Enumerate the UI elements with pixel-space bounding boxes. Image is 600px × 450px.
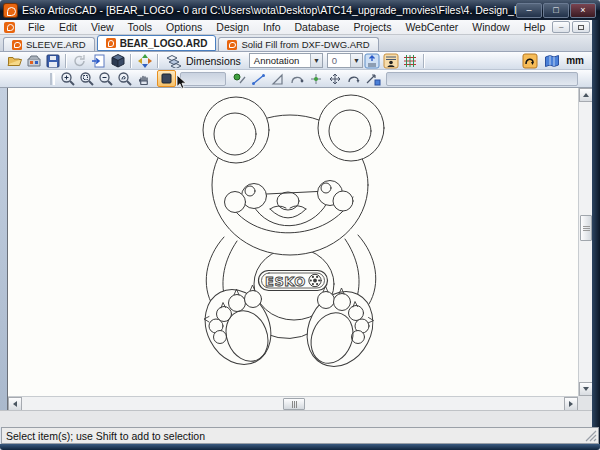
scroll-down-button[interactable] xyxy=(579,382,593,396)
layer-class-dropdown[interactable]: 0 ▼ xyxy=(327,53,363,68)
separator xyxy=(65,54,67,68)
active-select-tool-button[interactable] xyxy=(157,70,176,87)
title-bar: Esko ArtiosCAD - [BEAR_LOGO - 0 ard C:\U… xyxy=(0,0,600,20)
menu-options[interactable]: Options xyxy=(159,20,209,35)
left-dock-strip xyxy=(0,88,8,410)
ard-file-icon xyxy=(106,38,116,48)
pan-hand-icon xyxy=(136,71,152,87)
separator xyxy=(157,54,159,68)
convert-to-canvas-button[interactable] xyxy=(135,52,154,69)
tab-sleeve-ard[interactable]: SLEEVE.ARD xyxy=(3,37,95,51)
snap-toggle-button[interactable] xyxy=(520,52,539,69)
window-bottom-border xyxy=(0,444,600,450)
menu-database[interactable]: Database xyxy=(288,20,347,35)
vertical-scrollbar[interactable] xyxy=(578,88,592,396)
maximize-button[interactable]: □ xyxy=(543,3,569,18)
rotate-icon xyxy=(346,72,362,86)
tab-bear-logo-ard[interactable]: BEAR_LOGO.ARD xyxy=(97,35,217,51)
horizontal-scroll-thumb[interactable] xyxy=(283,398,305,410)
measure-button[interactable] xyxy=(249,70,268,87)
menu-edit[interactable]: Edit xyxy=(52,20,84,35)
dimensions-label: Dimensions xyxy=(186,55,241,67)
bottom-dock-strip xyxy=(0,410,592,427)
chevron-down-icon: ▼ xyxy=(350,54,362,67)
measure-icon xyxy=(251,72,267,86)
bear-line-drawing: ESKO xyxy=(8,88,578,396)
menu-design[interactable]: Design xyxy=(209,20,256,35)
document-icon xyxy=(4,22,15,33)
snap-cross-icon xyxy=(308,72,324,86)
minimize-button[interactable]: – xyxy=(516,3,542,18)
menu-help[interactable]: Help xyxy=(517,20,553,35)
mdi-restore-button[interactable] xyxy=(572,21,590,33)
3d-cube-icon xyxy=(110,53,126,69)
arrow-left-icon xyxy=(13,401,17,407)
drawing-canvas[interactable]: ESKO xyxy=(8,88,578,396)
resize-grip-icon[interactable] xyxy=(584,429,597,442)
menu-tools[interactable]: Tools xyxy=(121,20,160,35)
status-bar: Select item(s); use Shift to add to sele… xyxy=(1,427,599,444)
rotate-tool-button[interactable] xyxy=(344,70,363,87)
toolbar-spacer xyxy=(386,72,578,86)
separator xyxy=(423,54,425,68)
horizontal-scrollbar[interactable] xyxy=(8,396,578,410)
menu-file[interactable]: File xyxy=(21,20,52,35)
snap-point-button[interactable] xyxy=(230,70,249,87)
import-file-icon xyxy=(91,53,107,69)
design-browser-button[interactable] xyxy=(24,52,43,69)
layer-up-button[interactable] xyxy=(363,52,382,69)
save-button[interactable] xyxy=(43,52,62,69)
snap-cross-button[interactable] xyxy=(306,70,325,87)
ard-file-icon xyxy=(227,40,237,50)
scrollbar-corner xyxy=(578,396,592,410)
layers-dimensions-button[interactable]: Dimensions xyxy=(162,52,245,69)
pan-button[interactable] xyxy=(134,70,153,87)
zoom-extents-icon xyxy=(117,71,133,87)
vertical-scroll-thumb[interactable] xyxy=(580,215,592,241)
grid-button[interactable] xyxy=(401,52,420,69)
menu-info[interactable]: Info xyxy=(256,20,288,35)
move-copy-button[interactable] xyxy=(363,70,382,87)
revert-button-disabled[interactable] xyxy=(70,52,89,69)
restore-icon xyxy=(578,25,584,30)
menu-window[interactable]: Window xyxy=(465,20,516,35)
3d-view-button[interactable] xyxy=(108,52,127,69)
menu-projects[interactable]: Projects xyxy=(346,20,398,35)
arc-tool-button[interactable] xyxy=(287,70,306,87)
window-title: Esko ArtiosCAD - [BEAR_LOGO - 0 ard C:\U… xyxy=(22,4,516,16)
ard-file-icon xyxy=(12,40,22,50)
design-browser-icon xyxy=(26,53,42,69)
move-copy-icon xyxy=(365,72,381,86)
zoom-out-button[interactable] xyxy=(96,70,115,87)
menu-view[interactable]: View xyxy=(84,20,121,35)
snap-point-icon xyxy=(232,72,248,86)
open-folder-button[interactable] xyxy=(5,52,24,69)
mdi-minimize-button[interactable]: – xyxy=(552,21,570,33)
zoom-in-button[interactable] xyxy=(58,70,77,87)
overview-map-button[interactable] xyxy=(542,52,561,69)
layers-icon xyxy=(166,54,182,68)
move-point-button[interactable] xyxy=(325,70,344,87)
main-toolbar: Dimensions Annotation ▼ 0 ▼ mm xyxy=(0,52,592,70)
toolbar-grip[interactable] xyxy=(50,73,55,85)
move-arrows-icon xyxy=(327,72,343,86)
scroll-left-button[interactable] xyxy=(8,397,22,411)
scroll-up-button[interactable] xyxy=(579,88,593,102)
document-tab-bar: SLEEVE.ARD BEAR_LOGO.ARD Solid Fill from… xyxy=(0,35,600,52)
menu-webcenter[interactable]: WebCenter xyxy=(398,20,465,35)
arc-icon xyxy=(289,72,305,86)
import-file-button[interactable] xyxy=(89,52,108,69)
tab-solid-fill-ard[interactable]: Solid Fill from DXF-DWG.ARD xyxy=(218,37,378,51)
current-layer-button[interactable] xyxy=(382,52,401,69)
map-icon xyxy=(544,53,560,69)
scroll-right-button[interactable] xyxy=(564,397,578,411)
layer-up-icon xyxy=(364,53,380,69)
zoom-extents-button[interactable] xyxy=(115,70,134,87)
esko-app-icon xyxy=(4,4,17,17)
annotation-dropdown[interactable]: Annotation ▼ xyxy=(249,53,323,68)
current-layer-icon xyxy=(383,53,399,69)
zoom-window-button[interactable] xyxy=(77,70,96,87)
angle-tool-button[interactable] xyxy=(268,70,287,87)
close-button[interactable]: × xyxy=(570,3,596,18)
mouse-cursor xyxy=(176,75,188,91)
